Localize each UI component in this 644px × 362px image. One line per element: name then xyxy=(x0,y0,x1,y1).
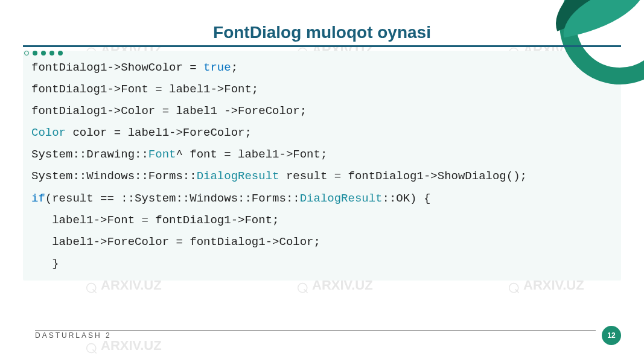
code-line: fontDialog1->Color = label1 ->ForeColor; xyxy=(31,100,613,122)
progress-dots xyxy=(24,51,63,56)
keyword-true: true xyxy=(203,61,231,74)
footer-text: DASTURLASH 2 xyxy=(35,331,112,340)
dot-filled xyxy=(58,51,63,56)
keyword-type: DialogResult xyxy=(197,170,279,183)
code-line: System::Drawing::Font^ font = label1->Fo… xyxy=(31,144,613,165)
dot-outline xyxy=(24,51,29,56)
code-line: Color color = label1->ForeColor; xyxy=(31,122,613,144)
footer: DASTURLASH 2 12 xyxy=(35,326,621,345)
dot-filled xyxy=(49,51,54,56)
code-line: if(result == ::System::Windows::Forms::D… xyxy=(31,188,613,209)
code-block: fontDialog1->ShowColor = true; fontDialo… xyxy=(23,51,621,281)
code-line: System::Windows::Forms::DialogResult res… xyxy=(31,165,613,187)
code-line: } xyxy=(31,253,613,275)
keyword-type: Color xyxy=(31,126,66,139)
slide-title: FontDialog muloqot oynasi xyxy=(0,23,644,42)
keyword-if: if xyxy=(31,192,45,205)
keyword-enum: DialogResult xyxy=(300,192,383,205)
code-line: label1->ForeColor = fontDialog1->Color; xyxy=(31,231,613,253)
page-number-badge: 12 xyxy=(602,326,621,345)
dot-filled xyxy=(33,51,37,56)
corner-decoration xyxy=(499,0,644,84)
dot-filled xyxy=(41,51,46,56)
title-underline xyxy=(23,45,621,47)
code-line: label1->Font = fontDialog1->Font; xyxy=(31,209,613,231)
keyword-type: Font xyxy=(148,148,176,161)
